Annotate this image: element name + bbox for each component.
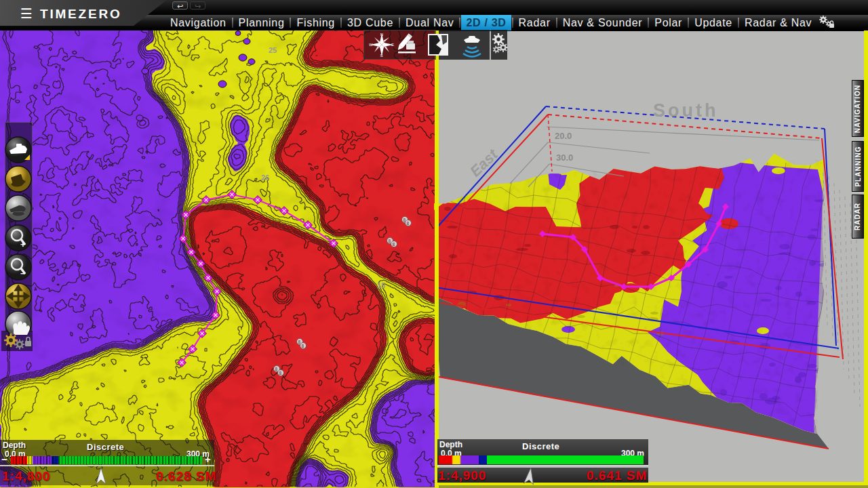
svg-text:15: 15	[377, 281, 385, 289]
svg-text:8: 8	[302, 344, 304, 348]
svg-text:E: E	[391, 43, 394, 47]
svg-text:8: 8	[279, 371, 282, 375]
svg-text:S: S	[380, 54, 383, 58]
svg-text:20.0: 20.0	[555, 131, 572, 141]
svg-text:26: 26	[261, 174, 269, 182]
svg-text:25: 25	[269, 46, 277, 54]
svg-text:N: N	[380, 33, 383, 37]
svg-text:South: South	[653, 100, 718, 121]
svg-text:8: 8	[275, 367, 278, 371]
svg-text:8: 8	[389, 239, 391, 243]
svg-text:−: −	[20, 268, 26, 279]
svg-text:+: +	[20, 239, 26, 249]
svg-text:8: 8	[407, 221, 410, 226]
svg-text:30.0: 30.0	[556, 152, 573, 163]
svg-text:8: 8	[393, 242, 395, 247]
svg-text:8: 8	[298, 340, 301, 344]
svg-text:W: W	[369, 43, 373, 47]
